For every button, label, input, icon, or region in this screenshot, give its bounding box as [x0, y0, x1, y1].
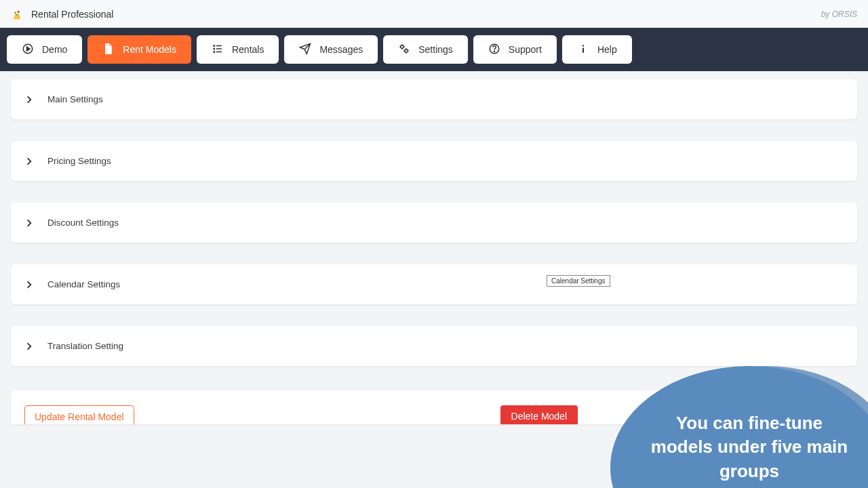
nav-label: Demo — [42, 44, 67, 55]
topbar: Rental Professional by ORSIS — [0, 0, 868, 28]
nav-label: Support — [509, 44, 542, 55]
accordion-discount-settings[interactable]: Discount Settings — [11, 203, 857, 243]
accordion-translation-setting[interactable]: Translation Setting — [11, 326, 857, 366]
topbar-left: Rental Professional — [11, 8, 113, 20]
document-icon — [102, 43, 115, 57]
svg-point-11 — [405, 49, 408, 52]
nav-rent-models-button[interactable]: Rent Models — [87, 35, 191, 64]
nav-label: Rentals — [232, 44, 264, 55]
svg-rect-15 — [583, 47, 584, 53]
svg-point-14 — [583, 45, 584, 46]
svg-point-7 — [214, 45, 215, 46]
navbar: Demo Rent Models Rentals Messages Settin… — [0, 28, 868, 71]
nav-help-button[interactable]: Help — [562, 35, 632, 64]
info-icon — [577, 43, 589, 57]
nav-label: Settings — [418, 44, 453, 55]
gears-icon — [398, 43, 410, 57]
svg-point-0 — [14, 12, 16, 14]
nav-rentals-button[interactable]: Rentals — [197, 35, 279, 64]
callout-bubble: You can fine-tune models under five main… — [610, 366, 868, 488]
svg-point-2 — [16, 14, 18, 15]
chevron-right-icon — [24, 342, 34, 351]
tooltip-calendar-settings: Calendar Settings — [547, 275, 610, 287]
accordion-main-settings[interactable]: Main Settings — [11, 79, 857, 119]
accordion-title: Main Settings — [47, 94, 103, 104]
vendor-label: by ORSIS — [821, 9, 857, 19]
callout-overlay: You can fine-tune models under five main… — [610, 366, 868, 488]
app-logo-icon — [11, 8, 23, 20]
send-icon — [299, 43, 311, 57]
help-circle-icon — [488, 43, 500, 57]
nav-support-button[interactable]: Support — [473, 35, 557, 64]
accordion-title: Translation Setting — [47, 341, 123, 351]
app-title: Rental Professional — [31, 9, 113, 20]
list-icon — [212, 43, 224, 57]
svg-point-8 — [214, 48, 215, 49]
chevron-right-icon — [24, 95, 34, 104]
accordion-title: Discount Settings — [47, 218, 119, 228]
callout-text: You can fine-tune models under five main… — [644, 411, 854, 483]
chevron-right-icon — [24, 157, 34, 166]
nav-label: Help — [597, 44, 617, 55]
nav-settings-button[interactable]: Settings — [383, 35, 468, 64]
nav-messages-button[interactable]: Messages — [284, 35, 378, 64]
delete-model-button[interactable]: Delete Model — [500, 405, 578, 424]
nav-demo-button[interactable]: Demo — [7, 35, 82, 64]
accordion-pricing-settings[interactable]: Pricing Settings — [11, 141, 857, 181]
chevron-right-icon — [24, 218, 34, 228]
svg-point-10 — [401, 45, 404, 48]
play-icon — [22, 43, 34, 57]
chevron-right-icon — [24, 280, 34, 289]
svg-point-13 — [494, 51, 494, 52]
nav-label: Rent Models — [123, 44, 176, 55]
svg-point-9 — [214, 51, 215, 52]
accordion-title: Calendar Settings — [47, 279, 120, 289]
accordion-title: Pricing Settings — [47, 156, 111, 166]
nav-label: Messages — [319, 44, 363, 55]
accordion-calendar-settings[interactable]: Calendar Settings Calendar Settings — [11, 264, 857, 304]
svg-point-1 — [18, 10, 20, 12]
update-rental-model-button[interactable]: Update Rental Model — [24, 405, 134, 424]
